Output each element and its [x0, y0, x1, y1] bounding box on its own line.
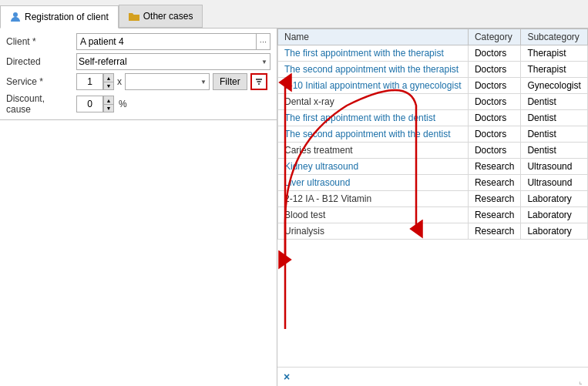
service-row: Service * ▲ ▼ x	[6, 73, 270, 90]
cell-name[interactable]: Urinalysis	[278, 223, 469, 240]
cell-category: Research	[468, 175, 520, 191]
client-label: Client *	[6, 36, 72, 47]
cell-category: Doctors	[468, 45, 520, 62]
cell-category: Research	[468, 191, 520, 207]
directed-select[interactable]: Self-referral	[76, 53, 270, 70]
main-window: Registration of client Other cases Clien…	[0, 0, 588, 386]
service-qty-up-button[interactable]: ▲	[103, 73, 114, 82]
service-controls: ▲ ▼ x ▼ Filter	[76, 73, 267, 90]
cell-subcategory: Dentist	[521, 143, 588, 159]
resize-handle[interactable]: ⌞	[579, 377, 586, 384]
cell-category: Doctors	[468, 143, 520, 159]
table-row[interactable]: The second appointment with the dentistD…	[278, 126, 588, 143]
service-name-link[interactable]: The first appointment with the dentist	[284, 112, 435, 123]
table-row[interactable]: Dental x-rayDoctorsDentist	[278, 94, 588, 110]
service-qty-spinner: ▲ ▼	[76, 73, 114, 90]
cell-name[interactable]: The first appointment with the therapist	[278, 45, 469, 62]
header-subcategory: Subcategory	[521, 29, 588, 45]
service-name-link[interactable]: The second appointment with the dentist	[284, 129, 450, 139]
discount-up-button[interactable]: ▲	[103, 96, 114, 104]
discount-spinner-buttons: ▲ ▼	[103, 96, 114, 112]
service-name-link[interactable]: The first appointment with the therapist	[284, 48, 444, 59]
service-name-link[interactable]: 1-10 Initial appointment with a gynecolo…	[284, 80, 461, 91]
cell-subcategory: Dentist	[521, 94, 588, 110]
service-label: Service *	[6, 76, 72, 87]
client-input[interactable]	[77, 36, 256, 47]
cell-subcategory: Laboratory	[521, 191, 588, 207]
table-row[interactable]: Caries treatmentDoctorsDentist	[278, 143, 588, 159]
service-name-link[interactable]: The second appointment with the therapis…	[284, 64, 459, 75]
cell-category: Research	[468, 207, 520, 223]
tab-other-cases[interactable]: Other cases	[119, 5, 203, 28]
cell-name[interactable]: The first appointment with the dentist	[278, 110, 469, 126]
header-category: Category	[468, 29, 520, 45]
cell-name[interactable]: 2-12 IA - B12 Vitamin	[278, 191, 469, 207]
cell-name[interactable]: 1-10 Initial appointment with a gynecolo…	[278, 78, 469, 94]
client-row: Client * ···	[6, 33, 270, 50]
cell-category: Doctors	[468, 62, 520, 78]
filter-icon-box[interactable]	[250, 73, 267, 90]
table-header-row: Name Category Subcategory	[278, 29, 588, 45]
cell-subcategory: Therapist	[521, 62, 588, 78]
cell-name[interactable]: Dental x-ray	[278, 94, 469, 110]
folder-icon	[129, 11, 139, 22]
tab-registration[interactable]: Registration of client	[0, 5, 119, 29]
tab-other-cases-label: Other cases	[143, 11, 193, 22]
table-row[interactable]: Liver ultrasoundResearchUltrasound	[278, 175, 588, 191]
cell-category: Research	[468, 223, 520, 240]
table-footer: ×	[277, 367, 588, 386]
service-qty-spinner-buttons: ▲ ▼	[103, 73, 114, 90]
table-row[interactable]: The first appointment with the dentistDo…	[278, 110, 588, 126]
cell-category: Research	[468, 159, 520, 175]
cell-subcategory: Gynecologist	[521, 78, 588, 94]
table-row[interactable]: The first appointment with the therapist…	[278, 45, 588, 62]
filter-button[interactable]: Filter	[213, 73, 247, 90]
cell-name[interactable]: Liver ultrasound	[278, 175, 469, 191]
cell-name[interactable]: Caries treatment	[278, 143, 469, 159]
cell-subcategory: Dentist	[521, 110, 588, 126]
cell-subcategory: Laboratory	[521, 223, 588, 240]
cell-subcategory: Dentist	[521, 126, 588, 143]
discount-input[interactable]	[76, 96, 103, 112]
discount-down-button[interactable]: ▼	[103, 104, 114, 112]
tab-registration-label: Registration of client	[25, 12, 109, 22]
right-panel: Name Category Subcategory The first appo…	[277, 29, 588, 386]
service-qty-input[interactable]	[76, 73, 103, 90]
directed-label: Directed	[6, 56, 72, 67]
svg-rect-1	[256, 79, 262, 80]
svg-rect-2	[257, 81, 260, 82]
svg-point-0	[13, 12, 18, 17]
service-name-link[interactable]: Liver ultrasound	[284, 177, 350, 188]
table-container[interactable]: Name Category Subcategory The first appo…	[277, 29, 588, 367]
service-qty-down-button[interactable]: ▼	[103, 82, 114, 90]
cell-name[interactable]: The second appointment with the therapis…	[278, 62, 469, 78]
cell-name[interactable]: Blood test	[278, 207, 469, 223]
table-row[interactable]: 1-10 Initial appointment with a gynecolo…	[278, 78, 588, 94]
table-row[interactable]: Kidney ultrasoundResearchUltrasound	[278, 159, 588, 175]
cell-category: Doctors	[468, 110, 520, 126]
table-row[interactable]: The second appointment with the therapis…	[278, 62, 588, 78]
discount-pct-label: %	[119, 99, 127, 109]
header-name: Name	[278, 29, 469, 45]
discount-row: Discount, cause ▲ ▼ %	[6, 93, 270, 115]
client-dots-button[interactable]: ···	[256, 34, 270, 49]
cell-subcategory: Ultrasound	[521, 159, 588, 175]
table-body: The first appointment with the therapist…	[278, 45, 588, 240]
directed-select-wrapper: Self-referral ▼	[76, 53, 270, 70]
table-area: Name Category Subcategory The first appo…	[277, 29, 588, 386]
cell-subcategory: Laboratory	[521, 207, 588, 223]
cell-name[interactable]: Kidney ultrasound	[278, 159, 469, 175]
main-layout: Client * ··· Directed Self-referral ▼	[0, 29, 588, 386]
service-name-select-wrapper: ▼	[125, 73, 210, 90]
table-row[interactable]: Blood testResearchLaboratory	[278, 207, 588, 223]
table-row[interactable]: 2-12 IA - B12 VitaminResearchLaboratory	[278, 191, 588, 207]
cell-name[interactable]: The second appointment with the dentist	[278, 126, 469, 143]
table-row[interactable]: UrinalysisResearchLaboratory	[278, 223, 588, 240]
service-name-select[interactable]	[125, 73, 210, 90]
add-row-button[interactable]: ×	[284, 371, 290, 383]
service-name-link[interactable]: Kidney ultrasound	[284, 161, 358, 172]
client-input-wrapper: ···	[76, 33, 270, 50]
form-area: Client * ··· Directed Self-referral ▼	[0, 29, 277, 120]
person-icon	[10, 12, 21, 22]
cell-category: Doctors	[468, 126, 520, 143]
